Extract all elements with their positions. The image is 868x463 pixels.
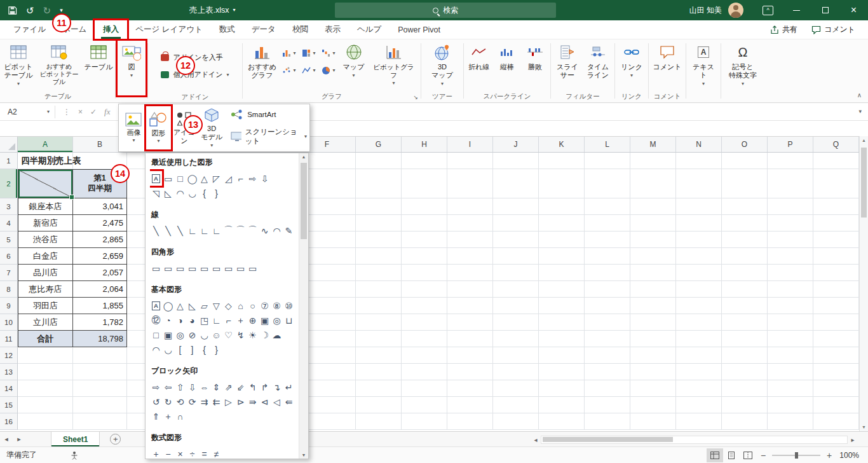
pivot-chart-button[interactable]: ピボットグラフ ▾ — [369, 41, 419, 86]
cell-A2[interactable] — [18, 169, 73, 198]
shape-item[interactable]: ○ — [247, 298, 259, 313]
cell-A11[interactable]: 合計 — [18, 331, 73, 347]
shape-item[interactable]: ∿ — [259, 223, 271, 238]
cell-N13[interactable] — [676, 364, 722, 380]
cell-A3[interactable]: 銀座本店 — [18, 198, 73, 215]
hierarchy-chart-button[interactable]: ▾ — [299, 45, 319, 62]
cell-L4[interactable] — [585, 215, 630, 232]
cell-B6[interactable]: 2,659 — [73, 248, 127, 265]
shape-item[interactable]: + — [150, 446, 162, 457]
column-header-O[interactable]: O — [722, 137, 768, 152]
cell-N3[interactable] — [676, 198, 722, 215]
column-header-K[interactable]: K — [539, 137, 585, 152]
cell-N9[interactable] — [676, 298, 722, 314]
cell-N6[interactable] — [676, 248, 722, 265]
cell-G15[interactable] — [356, 397, 402, 413]
shape-item[interactable]: ⇩ — [186, 380, 198, 394]
shape-item[interactable]: ✎ — [283, 223, 295, 238]
get-addins-button[interactable]: アドインを入手 — [161, 53, 229, 62]
shape-item[interactable]: ◑ — [174, 313, 186, 328]
link-button[interactable]: リンク ▾ — [617, 41, 646, 78]
line-chart-button[interactable]: ▾ — [299, 62, 319, 79]
cell-Q11[interactable] — [813, 331, 859, 347]
shape-item[interactable]: ☽ — [259, 328, 271, 342]
column-header-N[interactable]: N — [676, 137, 722, 152]
cell-H7[interactable] — [402, 265, 447, 281]
cell-O13[interactable] — [722, 364, 768, 380]
shape-item[interactable]: ▣ — [162, 328, 174, 342]
cell-B5[interactable]: 2,865 — [73, 232, 127, 248]
cell-B16[interactable] — [73, 413, 127, 430]
shape-item[interactable]: ≠ — [210, 446, 222, 457]
cell-I10[interactable] — [447, 314, 493, 331]
cell-G5[interactable] — [356, 232, 402, 248]
tab-ヘルプ[interactable]: ヘルプ — [349, 20, 390, 39]
shape-item[interactable]: △ — [174, 298, 186, 313]
cell-L11[interactable] — [585, 331, 630, 347]
shape-item[interactable]: ◠ — [271, 223, 283, 238]
shape-item[interactable]: ⟲ — [174, 394, 186, 409]
user-avatar[interactable] — [728, 3, 743, 18]
cell-O5[interactable] — [722, 232, 768, 248]
cell-O8[interactable] — [722, 281, 768, 298]
column-header-Q[interactable]: Q — [813, 137, 859, 152]
cell-P4[interactable] — [768, 215, 813, 232]
shapes-scroll-down-icon[interactable]: ▼ — [299, 453, 308, 457]
shape-item[interactable]: + — [162, 409, 174, 424]
cell-M3[interactable] — [630, 198, 676, 215]
cell-L10[interactable] — [585, 314, 630, 331]
cell-P6[interactable] — [768, 248, 813, 265]
cell-K13[interactable] — [539, 364, 585, 380]
cell-I16[interactable] — [447, 413, 493, 430]
shape-item[interactable]: ⇚ — [283, 394, 295, 409]
shape-item[interactable]: ▭ — [234, 261, 247, 275]
cell-I2[interactable] — [447, 169, 493, 198]
shape-item[interactable]: + — [234, 313, 247, 328]
shape-item[interactable]: ▭ — [162, 261, 174, 275]
shape-item[interactable]: ▭ — [222, 261, 234, 275]
row-header-2[interactable]: 2 — [0, 169, 18, 198]
cell-M8[interactable] — [630, 281, 676, 298]
search-box[interactable]: 検索 — [335, 3, 556, 18]
cell-M14[interactable] — [630, 380, 676, 397]
timeline-button[interactable]: タイムライン — [583, 41, 613, 79]
shape-item[interactable]: ▽ — [210, 298, 222, 313]
cell-P16[interactable] — [768, 413, 813, 430]
row-header-7[interactable]: 7 — [0, 265, 18, 281]
cell-A6[interactable]: 白金店 — [18, 248, 73, 265]
cell-I4[interactable] — [447, 215, 493, 232]
shape-item[interactable]: ∟ — [186, 223, 198, 238]
column-header-L[interactable]: L — [585, 137, 630, 152]
cell-I14[interactable] — [447, 380, 493, 397]
zoom-out-icon[interactable]: − — [756, 450, 770, 460]
shape-item[interactable]: ◸ — [210, 171, 222, 186]
cell-P10[interactable] — [768, 314, 813, 331]
cell-J6[interactable] — [493, 248, 539, 265]
shape-item[interactable]: ∩ — [174, 409, 186, 424]
cell-M1[interactable] — [630, 153, 676, 169]
zoom-slider-thumb[interactable] — [795, 452, 798, 459]
cell-B9[interactable]: 1,855 — [73, 298, 127, 314]
cell-N2[interactable] — [676, 169, 722, 198]
cell-L14[interactable] — [585, 380, 630, 397]
shape-item[interactable]: ◿ — [222, 171, 234, 186]
cell-N8[interactable] — [676, 281, 722, 298]
shape-item[interactable]: = — [198, 446, 210, 457]
tab-ページ レイアウト[interactable]: ページ レイアウト — [127, 20, 211, 39]
charts-dialog-launcher-icon[interactable]: ↘ — [413, 94, 418, 100]
shape-item[interactable]: ╲ — [174, 223, 186, 238]
shape-item[interactable]: ◡ — [186, 186, 198, 200]
row-header-6[interactable]: 6 — [0, 248, 18, 265]
cell-Q3[interactable] — [813, 198, 859, 215]
cell-A9[interactable]: 羽田店 — [18, 298, 73, 314]
cell-L16[interactable] — [585, 413, 630, 430]
cell-K10[interactable] — [539, 314, 585, 331]
shape-item[interactable]: ◁ — [271, 394, 283, 409]
pivot-table-button[interactable]: ピボット テーブル ▾ — [1, 41, 36, 86]
cell-B15[interactable] — [73, 397, 127, 413]
cell-K7[interactable] — [539, 265, 585, 281]
shape-item[interactable]: ⇧ — [174, 380, 186, 394]
shape-item[interactable]: ◠ — [174, 186, 186, 200]
cell-H8[interactable] — [402, 281, 447, 298]
cell-A10[interactable]: 立川店 — [18, 314, 73, 331]
